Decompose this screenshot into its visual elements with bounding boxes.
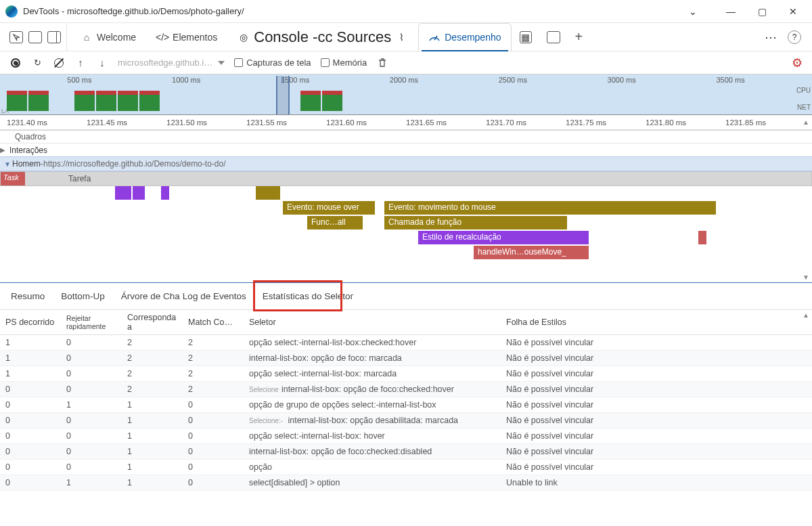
delete-button[interactable] — [376, 57, 388, 69]
table-row[interactable]: 0010opção select:-internal-list-box: hov… — [0, 429, 812, 444]
upload-button[interactable] — [74, 57, 87, 69]
scroll-arrow-icon[interactable]: ▲ — [803, 311, 809, 319]
table-row[interactable]: 1022opção select:-internal-list-box:chec… — [0, 335, 812, 351]
recalc-bar[interactable]: Estilo de recalculação — [418, 231, 589, 244]
screenshots-checkbox[interactable]: Capturas de tela — [234, 58, 311, 68]
tab-performance[interactable]: Desempenho — [418, 23, 511, 51]
selector-stats-panel: ▲ PS decorrido Rejeitar rapidamente Corr… — [0, 310, 812, 491]
col-match-a[interactable]: Corresponda a — [122, 310, 183, 335]
more-icon[interactable]: ⋯ — [765, 30, 778, 45]
cell-selector: Selecione:- internal-list-box: opção des… — [244, 413, 501, 429]
timeline-overview[interactable]: 500 ms 1000 ms 1500 ms 2000 ms 2500 ms 3… — [0, 74, 812, 115]
cell-match-a: 2 — [122, 335, 183, 351]
table-row[interactable]: 0010internal-list-box: opção de foco:che… — [0, 444, 812, 460]
tab-performance-label: Desempenho — [445, 32, 501, 43]
inspect-tools — [4, 23, 67, 51]
flame-chart[interactable]: Quadros ▶ Interações ▼ Homem -https://mi… — [0, 130, 812, 283]
tab-summary[interactable]: Resumo — [11, 291, 45, 301]
col-stylesheet[interactable]: Folha de Estilos — [501, 310, 812, 335]
cell-match-c: 0 — [183, 429, 244, 444]
chevron-down-icon[interactable]: ⌄ — [679, 1, 706, 22]
table-row[interactable]: 0022Selecioneinternal-list-box: opção de… — [0, 382, 812, 397]
cell-elapsed: 1 — [0, 366, 61, 382]
bar-olive[interactable] — [256, 186, 280, 200]
col-match-c[interactable]: Match Co… — [183, 310, 244, 335]
cell-stylesheet: Não é possível vincular — [501, 382, 812, 397]
call-bar[interactable]: Chamada de função — [384, 216, 567, 229]
cell-stylesheet: Unable to link — [501, 475, 812, 491]
dropdown-icon[interactable] — [218, 59, 225, 66]
maximize-button[interactable]: ▢ — [748, 1, 775, 22]
minimize-button[interactable]: — — [717, 1, 744, 22]
table-header-row: PS decorrido Rejeitar rapidamente Corres… — [0, 310, 812, 335]
tab-app[interactable] — [540, 23, 567, 51]
tab-selector-stats[interactable]: Estatísticas do Seletor — [263, 291, 353, 301]
tab-welcome[interactable]: ⌂ Welcome — [71, 23, 145, 51]
settings-gear-icon[interactable]: ⚙ — [792, 56, 803, 70]
task-bar[interactable]: Task Tarefa — [0, 171, 812, 186]
scroll-arrow-icon[interactable]: ▲ — [803, 118, 809, 126]
window-controls: ⌄ — ▢ ✕ — [679, 1, 807, 22]
table-row[interactable]: 0110opção de grupo de opções select:-int… — [0, 397, 812, 413]
bar-red[interactable] — [698, 231, 706, 244]
bar-purple[interactable] — [161, 186, 169, 200]
clear-button[interactable] — [53, 57, 65, 69]
table-row[interactable]: 0010opçãoNão é possível vincular — [0, 460, 812, 475]
cell-selector: internal-list-box: opção de foco:checked… — [244, 444, 501, 460]
help-icon[interactable]: ? — [788, 30, 801, 44]
record-button[interactable] — [9, 57, 22, 69]
inspect-icon[interactable] — [9, 31, 23, 43]
bar-olive[interactable] — [698, 201, 706, 215]
col-fastreject[interactable]: Rejeitar rapidamente — [61, 310, 122, 335]
overview-selection[interactable]: || — [276, 76, 290, 114]
table-row[interactable]: 1022internal-list-box: opção de foco: ma… — [0, 351, 812, 366]
flame-bars[interactable]: Evento: mouse over Func…all Evento: movi… — [0, 186, 812, 261]
details-tabs: Resumo Bottom-Up Árvore de Cha Log de Ev… — [0, 283, 812, 310]
cell-elapsed: 0 — [0, 413, 61, 429]
scroll-arrow-icon[interactable]: ▼ — [803, 273, 809, 281]
device-icon[interactable] — [28, 31, 42, 43]
table-row[interactable]: 1022opção select:-internal-list-box: mar… — [0, 366, 812, 382]
panel-tabs: ⌂ Welcome </> Elementos ◎ Console -cc So… — [71, 23, 758, 51]
tab-elements[interactable]: </> Elementos — [147, 23, 227, 51]
cell-match-c: 0 — [183, 413, 244, 429]
cell-stylesheet: Não é possível vincular — [501, 444, 812, 460]
event-mouseover-bar[interactable]: Evento: mouse over — [283, 201, 375, 215]
caret-icon[interactable]: ▶ — [0, 146, 7, 154]
funcall-bar[interactable]: Func…all — [307, 216, 363, 229]
selector-stats-table[interactable]: PS decorrido Rejeitar rapidamente Corres… — [0, 310, 812, 491]
table-row[interactable]: 0010Selecione:- internal-list-box: opção… — [0, 413, 812, 429]
reload-button[interactable]: ↻ — [31, 57, 43, 69]
memory-label: Memória — [333, 58, 367, 68]
overview-scale: 500 ms 1000 ms 1500 ms 2000 ms 2500 ms 3… — [0, 76, 812, 84]
col-elapsed[interactable]: PS decorrido — [0, 310, 61, 335]
event-mousemove-bar[interactable]: Evento: movimento do mouse — [384, 201, 716, 215]
bar-purple[interactable] — [115, 186, 131, 200]
tab-calltree[interactable]: Árvore de Cha — [121, 291, 180, 301]
memory-checkbox[interactable]: Memória — [321, 58, 367, 68]
cell-fastreject: 1 — [61, 397, 122, 413]
cell-fastreject: 1 — [61, 475, 122, 491]
tab-bottomup[interactable]: Bottom-Up — [61, 291, 105, 301]
dock-icon[interactable] — [47, 31, 61, 43]
interactions-row[interactable]: ▶ Interações — [0, 143, 812, 156]
tab-eventlog[interactable]: Log de Eventos — [183, 291, 246, 301]
tab-console-sources[interactable]: ◎ Console -cc Sources ⌇ — [228, 23, 417, 51]
cell-elapsed: 0 — [0, 475, 61, 491]
main-thread-row[interactable]: ▼ Homem -https://microsoftedge.github.io… — [0, 156, 812, 171]
tab-memory[interactable]: ▦ — [513, 23, 539, 51]
bar-purple[interactable] — [133, 186, 145, 200]
caret-down-icon[interactable]: ▼ — [4, 160, 11, 168]
col-selector[interactable]: Seletor — [244, 310, 501, 335]
cell-stylesheet: Não é possível vincular — [501, 397, 812, 413]
download-button[interactable] — [96, 57, 108, 69]
cell-selector: Selecioneinternal-list-box: opção de foc… — [244, 382, 501, 397]
tab-console-label: Console -cc Sources — [254, 28, 391, 46]
add-tab-button[interactable]: + — [568, 29, 590, 45]
close-button[interactable]: ✕ — [780, 1, 807, 22]
cell-match-a: 1 — [122, 460, 183, 475]
cell-match-a: 2 — [122, 351, 183, 366]
handle-bar[interactable]: handleWin…ouseMove_ — [474, 246, 589, 259]
frames-row[interactable]: Quadros — [0, 131, 812, 143]
table-row[interactable]: 0110select[disabled] > optionUnable to l… — [0, 475, 812, 491]
